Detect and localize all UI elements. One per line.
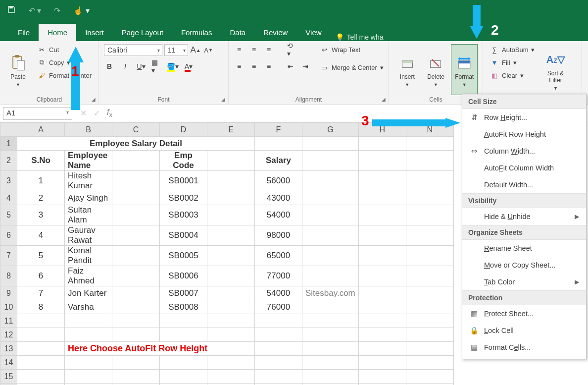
cell[interactable] xyxy=(17,314,65,328)
cell[interactable] xyxy=(302,205,359,225)
cell[interactable] xyxy=(358,342,406,356)
cell[interactable] xyxy=(302,137,359,151)
cell[interactable]: SB0002 xyxy=(160,191,207,205)
menu-autofit-row-height[interactable]: AutoFit Row Height xyxy=(462,126,586,143)
cell[interactable]: SB0006 xyxy=(160,266,207,286)
cell[interactable]: Jon Karter xyxy=(65,286,112,300)
insert-cells-button[interactable]: Insert▼ xyxy=(394,44,421,95)
tab-page-layout[interactable]: Page Layout xyxy=(113,24,172,41)
align-middle-icon[interactable]: ≡ xyxy=(248,44,259,55)
cell[interactable] xyxy=(302,300,359,314)
cell[interactable] xyxy=(406,342,453,356)
cell[interactable] xyxy=(112,151,160,171)
cell[interactable] xyxy=(17,342,65,356)
cell[interactable] xyxy=(112,300,160,314)
cell[interactable]: SB0005 xyxy=(160,246,207,266)
cell[interactable]: Salary xyxy=(255,151,302,171)
cell[interactable] xyxy=(302,151,359,171)
cell[interactable] xyxy=(406,246,453,266)
cell[interactable] xyxy=(207,225,255,246)
tab-insert[interactable]: Insert xyxy=(76,24,113,41)
menu-protect-sheet[interactable]: ▦Protect Sheet... xyxy=(462,305,586,322)
cell[interactable]: Employee Name xyxy=(65,151,112,171)
row-header[interactable]: 16 xyxy=(0,384,17,385)
cell[interactable] xyxy=(302,328,359,342)
row-header[interactable]: 11 xyxy=(0,314,17,328)
cell[interactable] xyxy=(65,384,112,385)
cell[interactable]: SB0001 xyxy=(160,171,207,191)
cell[interactable] xyxy=(207,370,255,384)
font-color-icon[interactable]: A ▾ xyxy=(183,61,194,72)
cell[interactable] xyxy=(406,286,453,300)
cell[interactable] xyxy=(406,384,453,385)
cell[interactable]: SB0008 xyxy=(160,300,207,314)
cell[interactable] xyxy=(112,205,160,225)
fill-color-icon[interactable]: 🪣 ▾ xyxy=(167,61,178,72)
select-all-cell[interactable] xyxy=(0,123,17,137)
tab-home[interactable]: Home xyxy=(39,24,76,41)
cell[interactable] xyxy=(302,384,359,385)
cell[interactable] xyxy=(160,370,207,384)
cell[interactable] xyxy=(112,384,160,385)
grow-font-icon[interactable]: A▲ xyxy=(190,45,201,55)
cell[interactable]: 65000 xyxy=(255,246,302,266)
cell[interactable] xyxy=(112,246,160,266)
cell[interactable]: Gaurav Rawat xyxy=(65,225,112,246)
cell[interactable] xyxy=(207,266,255,286)
cell[interactable] xyxy=(17,356,65,370)
column-header[interactable]: B xyxy=(65,123,112,137)
cell[interactable]: Sultan Alam xyxy=(65,205,112,225)
row-header[interactable]: 1 xyxy=(0,137,17,151)
fx-icon[interactable]: fx xyxy=(107,108,112,118)
cell[interactable]: 8 xyxy=(17,300,65,314)
align-right-icon[interactable]: ≡ xyxy=(263,61,274,72)
orientation-icon[interactable]: ⟲ ▾ xyxy=(287,44,298,55)
cell[interactable] xyxy=(207,356,255,370)
cell[interactable] xyxy=(255,328,302,342)
cell[interactable] xyxy=(358,246,406,266)
cell[interactable]: 77000 xyxy=(255,266,302,286)
cell[interactable]: 43000 xyxy=(255,191,302,205)
cell[interactable] xyxy=(255,384,302,385)
tab-formulas[interactable]: Formulas xyxy=(172,24,221,41)
cell[interactable] xyxy=(358,205,406,225)
cell[interactable]: S.No xyxy=(17,151,65,171)
row-header[interactable]: 3 xyxy=(0,171,17,191)
cell[interactable]: Emp Code xyxy=(160,151,207,171)
tell-me[interactable]: 💡Tell me wha xyxy=(331,33,389,41)
row-header[interactable]: 12 xyxy=(0,328,17,342)
cell[interactable] xyxy=(112,370,160,384)
cell[interactable] xyxy=(358,225,406,246)
bold-icon[interactable]: B xyxy=(104,61,115,72)
menu-default-width[interactable]: Default Width... xyxy=(462,176,586,193)
cell[interactable]: 5 xyxy=(17,246,65,266)
cell[interactable] xyxy=(358,191,406,205)
save-icon[interactable] xyxy=(4,3,19,18)
enter-formula-icon[interactable]: ✓ xyxy=(94,109,100,118)
cell[interactable] xyxy=(358,151,406,171)
cell[interactable] xyxy=(406,314,453,328)
cell[interactable] xyxy=(406,370,453,384)
row-header[interactable]: 5 xyxy=(0,205,17,225)
cell[interactable] xyxy=(207,300,255,314)
cell[interactable]: Here Choose AutoFit Row Height xyxy=(65,342,255,356)
cell[interactable] xyxy=(17,328,65,342)
wrap-text-button[interactable]: ↩Wrap Text xyxy=(318,44,386,55)
cell[interactable] xyxy=(358,370,406,384)
cell[interactable] xyxy=(358,300,406,314)
cell[interactable] xyxy=(406,205,453,225)
shrink-font-icon[interactable]: A▼ xyxy=(203,45,214,55)
cell[interactable] xyxy=(207,191,255,205)
cell[interactable] xyxy=(406,171,453,191)
tab-review[interactable]: Review xyxy=(254,24,296,41)
menu-column-width[interactable]: ⇔Column Width... xyxy=(462,143,586,160)
cell[interactable] xyxy=(358,266,406,286)
cell[interactable] xyxy=(358,356,406,370)
cell[interactable] xyxy=(65,370,112,384)
row-header[interactable]: 4 xyxy=(0,191,17,205)
increase-indent-icon[interactable]: ⇥ xyxy=(300,61,311,72)
cell[interactable]: 76000 xyxy=(255,300,302,314)
undo-icon[interactable]: ↶ ▾ xyxy=(26,4,44,17)
merge-center-button[interactable]: ▭Merge & Center ▾ xyxy=(318,62,386,73)
cell[interactable]: 54000 xyxy=(255,205,302,225)
